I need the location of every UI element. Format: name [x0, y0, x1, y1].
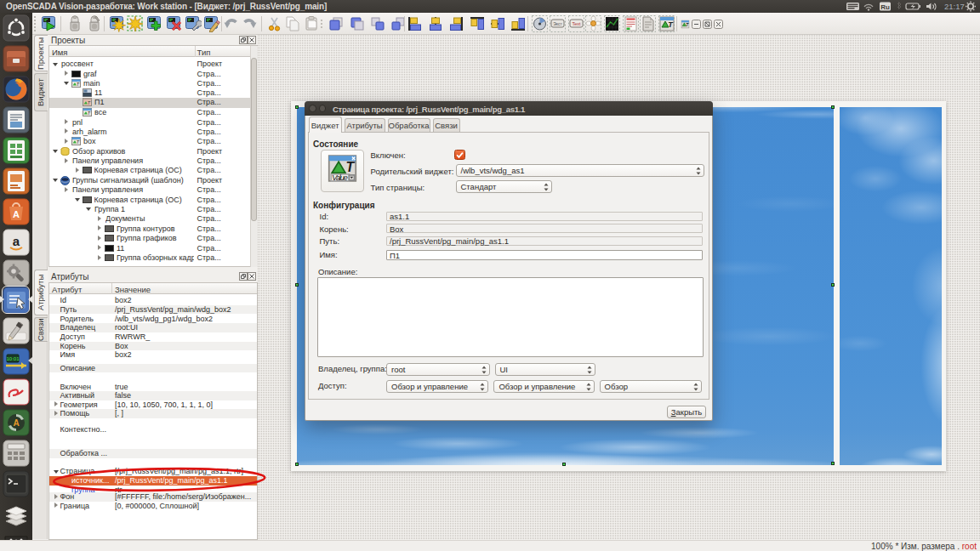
svg-text:21:17: 21:17 — [944, 2, 965, 11]
svg-text:Экст: Экст — [553, 21, 562, 26]
svg-text:A: A — [13, 418, 19, 428]
svg-text:Value: Value — [332, 173, 347, 182]
svg-text:A: A — [13, 209, 20, 219]
svg-text:a: a — [13, 234, 20, 248]
svg-text:Text: Text — [572, 21, 581, 26]
svg-text:10:01: 10:01 — [6, 356, 20, 361]
svg-text:Ru: Ru — [880, 3, 890, 11]
